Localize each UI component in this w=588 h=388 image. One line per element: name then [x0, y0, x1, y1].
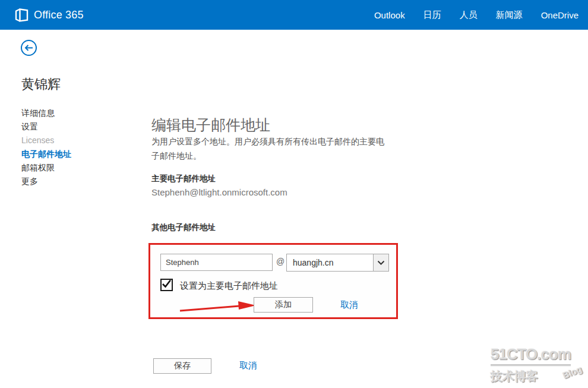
sidebar: 详细信息 设置 Licenses 电子邮件地址 邮箱权限 更多 [21, 106, 128, 188]
top-navigation: Outlook 日历 人员 新闻源 OneDrive [374, 10, 588, 21]
sidebar-item-mailbox-permissions[interactable]: 邮箱权限 [21, 161, 128, 175]
cancel-link-form[interactable]: 取消 [340, 299, 358, 311]
watermark-site: 51CTO.com [491, 345, 571, 366]
domain-select[interactable]: huangjh.cn [286, 254, 389, 272]
brand-label: Office 365 [34, 9, 84, 21]
primary-email-value: Stephenh@ltlight.onmicrosoft.com [151, 187, 287, 197]
checkmark-icon [162, 279, 172, 291]
set-primary-checkbox[interactable] [160, 279, 173, 291]
add-button[interactable]: 添加 [254, 297, 313, 313]
annotation-arrow-icon [175, 298, 258, 315]
nav-people[interactable]: 人员 [460, 10, 478, 21]
other-email-label: 其他电子邮件地址 [151, 222, 216, 233]
section-description: 为用户设置多个地址。用户必须具有所有传出电子邮件的主要电子邮件地址。 [151, 134, 390, 163]
screen: Office 365 Outlook 日历 人员 新闻源 OneDrive 黄锦… [0, 0, 588, 388]
back-button[interactable] [20, 39, 37, 56]
section-title: 编辑电子邮件地址 [151, 115, 270, 135]
nav-onedrive[interactable]: OneDrive [541, 10, 578, 20]
page-title-user-name: 黄锦辉 [21, 75, 61, 93]
sidebar-item-licenses[interactable]: Licenses [21, 134, 128, 147]
set-primary-label: 设置为主要电子邮件地址 [180, 280, 278, 292]
alias-input[interactable] [160, 254, 273, 271]
office-365-brand[interactable]: Office 365 [0, 8, 84, 23]
at-symbol: @ [276, 257, 284, 266]
sidebar-item-details[interactable]: 详细信息 [21, 106, 128, 120]
office-logo-icon [15, 8, 29, 23]
back-arrow-icon [20, 49, 37, 58]
cancel-link-footer[interactable]: 取消 [239, 360, 257, 371]
topbar: Office 365 Outlook 日历 人员 新闻源 OneDrive [0, 0, 588, 30]
sidebar-item-settings[interactable]: 设置 [21, 120, 128, 134]
domain-select-value: huangjh.cn [287, 258, 373, 267]
sidebar-item-more[interactable]: 更多 [21, 175, 128, 188]
save-button[interactable]: 保存 [153, 358, 211, 374]
annotation-box: @ huangjh.cn 设置为主要电子邮件地址 添加 取消 [148, 243, 398, 319]
sidebar-item-email-addresses[interactable]: 电子邮件地址 [21, 147, 128, 161]
nav-newsfeed[interactable]: 新闻源 [496, 10, 523, 21]
watermark: 51CTO.com 技术博客 Blog [491, 345, 580, 384]
primary-email-label: 主要电子邮件地址 [151, 174, 216, 184]
nav-outlook[interactable]: Outlook [374, 10, 405, 20]
chevron-down-icon [373, 254, 388, 271]
nav-calendar[interactable]: 日历 [423, 10, 441, 21]
